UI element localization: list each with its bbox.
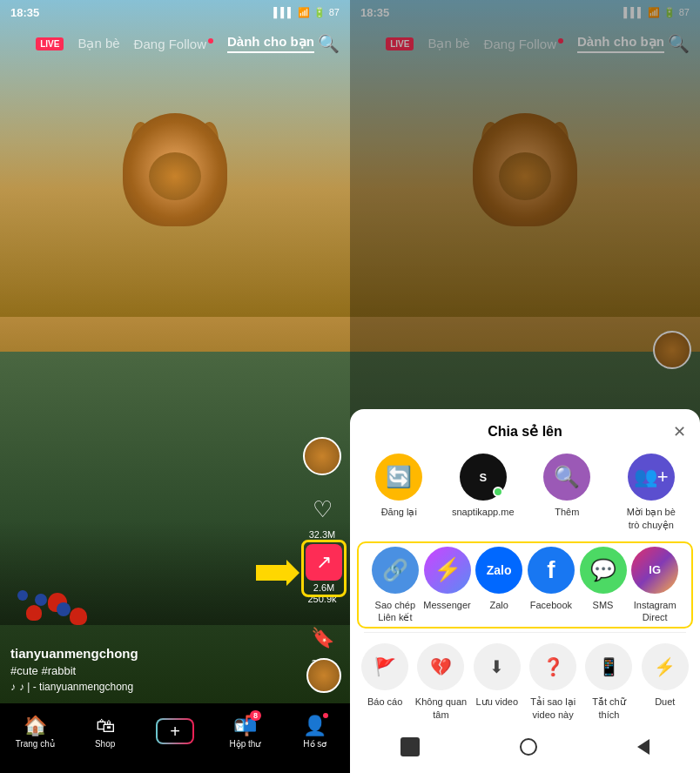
bottom-nav: 🏠 Trang chủ 🛍 Shop + 📬 8 Hộp thư 👤 Hồ sơ (0, 703, 350, 773)
messenger-label: Messenger (423, 599, 470, 611)
nav-bar-square-right[interactable] (400, 737, 420, 756)
duet-label: Duet (655, 696, 675, 708)
share-item-duet[interactable]: ⚡ Duet (637, 643, 693, 721)
home-icon: 🏠 (24, 715, 47, 737)
share-item-copy[interactable]: 🔗 Sao chép Liên kết (369, 547, 421, 624)
profile-label: Hồ sơ (303, 739, 326, 749)
copy-link-icon: 🔗 (372, 547, 419, 594)
search-icon[interactable]: 🔍 (318, 33, 340, 54)
like-count: 32.3M (309, 529, 336, 540)
sms-icon: 💬 (580, 547, 627, 594)
status-bar: 18:35 ▌▌▌ 📶 🔋 87 (0, 0, 350, 24)
battery-icon: 🔋 (313, 7, 326, 18)
inbox-icon-wrapper: 📬 8 (233, 715, 257, 737)
share-item-reload[interactable]: ❓ Tải sao lại video này (525, 643, 581, 721)
save-label: Lưu video (476, 696, 519, 708)
nav-bar-circle-right[interactable] (520, 738, 537, 756)
bookmark-icon: 🔖 (304, 620, 340, 656)
share-sheet-title: Chia sẻ lên (488, 423, 562, 440)
more-label: Thêm (555, 506, 579, 518)
share-item-hidelike[interactable]: 📱 Tắt chữ thích (581, 643, 636, 721)
like-button[interactable]: ♡ 32.3M (304, 491, 340, 540)
report-label: Báo cáo (367, 696, 402, 708)
android-nav-bar-right (350, 731, 700, 759)
nav-shop[interactable]: 🛍 Shop (70, 715, 139, 749)
add-button[interactable]: + (156, 718, 194, 744)
share-row-3: 🚩 Báo cáo 💔 Không quan tâm ⬇ Lưu video ❓… (350, 643, 700, 721)
share-item-sms[interactable]: 💬 SMS (577, 547, 629, 624)
share-button[interactable]: ↗ 2.6M (306, 544, 342, 593)
share-icon: ↗ (306, 544, 342, 581)
music-info: ♪ ♪ | - tianyuanmengchong (10, 681, 298, 693)
more-icon: 🔍 (543, 454, 590, 501)
instagram-label: Instagram Direct (629, 599, 681, 624)
nav-following[interactable]: Đang Follow (134, 37, 213, 51)
right-phone: 18:35 ▌▌▌ 📶 🔋 87 LIVE Bạn bè Đang Follow… (350, 0, 700, 773)
share-row-1: 🔄 Đăng lại S snaptikapp.me 🔍 Thêm 👥+ Mời… (350, 454, 700, 531)
nav-live[interactable]: LIVE (36, 37, 64, 50)
nav-friends[interactable]: Bạn bè (77, 36, 119, 51)
shop-icon: 🛍 (96, 715, 115, 737)
inbox-badge: 8 (250, 710, 261, 721)
repost-label: Đăng lại (381, 506, 417, 518)
share-item-facebook[interactable]: f Facebook (525, 547, 577, 624)
profile-icon-wrapper: 👤 (303, 715, 326, 737)
shop-label: Shop (95, 739, 115, 749)
zalo-label: Zalo (489, 599, 508, 611)
user-bottom-avatar[interactable] (306, 658, 341, 693)
share-item-messenger[interactable]: ⚡ Messenger (421, 547, 474, 624)
music-text: ♪ | - tianyuanmengchong (19, 681, 133, 693)
profile-dot (323, 713, 328, 718)
signal-icon: ▌▌▌ (273, 7, 293, 17)
reload-label: Tải sao lại video này (525, 696, 581, 721)
share-divider (364, 632, 686, 633)
nav-home[interactable]: 🏠 Trang chủ (0, 715, 70, 749)
messenger-icon: ⚡ (424, 547, 471, 594)
share-sheet: Chia sẻ lên ✕ 🔄 Đăng lại S snaptikapp.me… (350, 409, 700, 773)
nav-add[interactable]: + (140, 718, 210, 744)
nav-bar-back-right[interactable] (637, 739, 650, 755)
nav-profile[interactable]: 👤 Hồ sơ (280, 715, 350, 749)
arrow-indicator (256, 560, 300, 586)
share-item-notinterested[interactable]: 💔 Không quan tâm (413, 643, 468, 721)
close-button[interactable]: ✕ (673, 422, 686, 441)
highlighted-row: 🔗 Sao chép Liên kết ⚡ Messenger Zalo Zal… (357, 541, 693, 629)
share-item-save[interactable]: ⬇ Lưu video (469, 643, 525, 721)
report-icon: 🚩 (361, 643, 408, 690)
instagram-icon: IG (631, 547, 678, 594)
repost-icon: 🔄 (375, 454, 422, 501)
left-phone: 18:35 ▌▌▌ 📶 🔋 87 LIVE Bạn bè Đang Follow… (0, 0, 350, 773)
share-button-highlight[interactable]: ↗ 2.6M (301, 540, 347, 597)
facebook-label: Facebook (530, 599, 572, 611)
home-label: Trang chủ (16, 739, 55, 749)
creator-avatar[interactable] (303, 437, 341, 475)
snapti-label: snaptikapp.me (452, 506, 515, 518)
invite-label: Mời bạn bè trò chuyện (621, 506, 682, 531)
notinterested-icon: 💔 (417, 643, 464, 690)
following-dot (208, 38, 213, 44)
invite-icon: 👥+ (628, 454, 675, 501)
reload-icon: ❓ (529, 643, 576, 690)
sms-label: SMS (593, 599, 614, 611)
save-icon: ⬇ (474, 643, 521, 690)
video-background (0, 0, 350, 703)
share-count: 2.6M (313, 582, 334, 593)
user-info: tianyuanmengchong #cute #rabbit ♪ ♪ | - … (10, 646, 298, 693)
status-icons: ▌▌▌ 📶 🔋 87 (273, 7, 340, 18)
share-item-report[interactable]: 🚩 Báo cáo (357, 643, 413, 721)
notinterested-label: Không quan tâm (413, 696, 468, 721)
nav-inbox[interactable]: 📬 8 Hộp thư (210, 715, 279, 749)
share-item-instagram[interactable]: IG Instagram Direct (629, 547, 681, 624)
hashtags[interactable]: #cute #rabbit (10, 664, 298, 677)
share-item-invite[interactable]: 👥+ Mời bạn bè trò chuyện (621, 454, 682, 531)
nav-foryou[interactable]: Dành cho bạn (227, 34, 314, 53)
hidelike-label: Tắt chữ thích (581, 696, 636, 721)
share-item-more[interactable]: 🔍 Thêm (536, 454, 597, 531)
username[interactable]: tianyuanmengchong (10, 646, 298, 661)
zalo-icon: Zalo (475, 547, 522, 594)
share-item-zalo[interactable]: Zalo Zalo (473, 547, 525, 624)
share-item-snapti[interactable]: S snaptikapp.me (453, 454, 514, 531)
music-note-icon: ♪ (10, 681, 16, 693)
share-item-repost[interactable]: 🔄 Đăng lại (368, 454, 429, 531)
duet-icon: ⚡ (642, 643, 689, 690)
